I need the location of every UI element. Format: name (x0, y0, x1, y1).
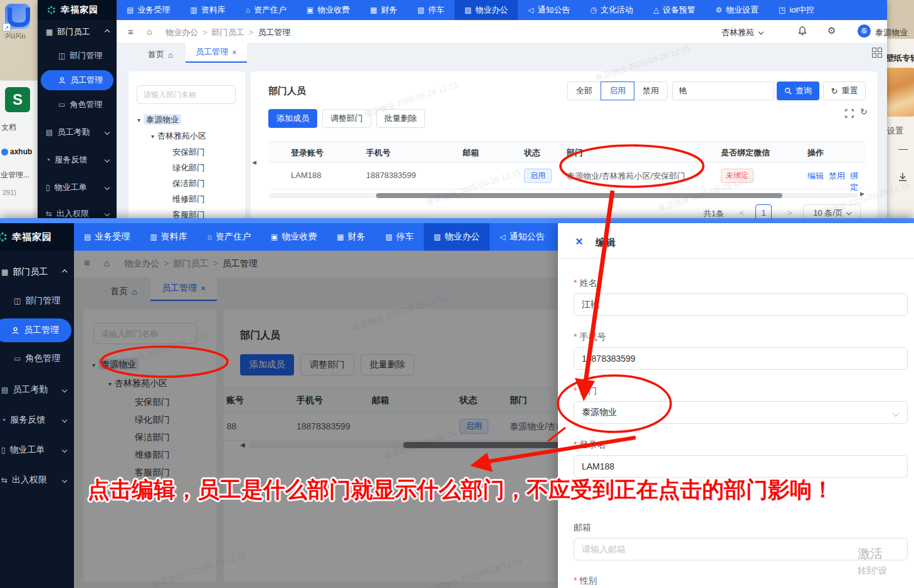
sidebar-group-attendance[interactable]: ▤员工考勤 (38, 123, 117, 142)
caret-down-icon[interactable]: ▾ (137, 117, 140, 123)
reset-button[interactable]: ↻重置 (823, 81, 866, 100)
fees-icon: ▣ (307, 6, 313, 14)
nav-item-iot[interactable]: ◳iot中控 (769, 0, 824, 20)
nav-item-fees[interactable]: ▣物业收费 (261, 223, 327, 251)
nav-item-notice[interactable]: ◁通知公告 (490, 223, 554, 251)
nav-item-parking[interactable]: ▧停车 (376, 223, 424, 251)
filter-all[interactable]: 全部 (567, 81, 601, 100)
bind-link[interactable]: 绑定 (850, 171, 866, 193)
sidebar-group-access[interactable]: ⇆出入权限 (0, 470, 74, 490)
add-member-button[interactable]: 添加成员 (268, 109, 317, 128)
grid-icon[interactable] (872, 48, 882, 58)
h-scrollbar[interactable] (268, 193, 858, 198)
sidebar-item-role-mgmt[interactable]: ▭角色管理 (38, 95, 117, 114)
minimize-icon[interactable]: — (898, 143, 908, 154)
project-switcher[interactable]: 杏林雅苑 (722, 27, 763, 38)
bell-icon[interactable] (797, 26, 807, 36)
desktop: ↗ PixPin S 文档 axhub 业管理... 291) 壁纸专辑 设置 … (0, 0, 914, 588)
name-input[interactable] (574, 293, 908, 316)
company-name[interactable]: 泰源物业 (875, 27, 908, 38)
monitor-icon: ▨ (465, 6, 471, 14)
sidebar-group-dept-staff[interactable]: ▦部门员工 (38, 23, 117, 41)
close-icon[interactable]: × (575, 234, 583, 249)
tab-home[interactable]: 首页⌂ (142, 46, 179, 63)
h-scrollbar-thumb[interactable] (376, 193, 782, 198)
filter-disabled[interactable]: 禁用 (634, 81, 668, 100)
nav-item-assets[interactable]: ⌂资产住户 (197, 223, 261, 251)
sidebar-group-feedback[interactable]: ◔服务反馈 (38, 150, 117, 169)
chevron-down-icon (62, 387, 67, 392)
edit-link[interactable]: 编辑 (807, 171, 824, 182)
caret-down-icon[interactable]: ▾ (151, 133, 154, 140)
nav-item-settings[interactable]: ⚙物业设置 (705, 0, 769, 20)
dept-search-input[interactable] (137, 85, 236, 104)
home-icon[interactable]: ⌂ (147, 26, 152, 36)
wallpaper-image[interactable] (886, 68, 914, 117)
parking-icon: ▧ (386, 233, 392, 241)
calendar-icon: ▤ (1, 386, 8, 394)
login-input[interactable] (574, 455, 908, 478)
nav-item-parking[interactable]: ▧停车 (407, 0, 454, 20)
table-row[interactable]: LAM188 18878383599 启用 泰源物业/杏林雅苑小区/安保部门 未… (268, 163, 866, 189)
doc-fragment: 文档 (1, 122, 16, 133)
adjust-dept-button[interactable]: 调整部门 (322, 109, 371, 128)
collapse-icon[interactable]: ≡ (128, 26, 134, 37)
chevron-down-icon (62, 478, 67, 483)
nav-item-assets[interactable]: ⌂资产住户 (236, 0, 297, 20)
nav-item-notice[interactable]: ◁通知公告 (518, 0, 580, 20)
sidebar-item-dept-mgmt[interactable]: ◫部门管理 (0, 291, 74, 311)
sidebar-group-workorder[interactable]: ▯物业工单 (38, 178, 117, 197)
nav-item-fees[interactable]: ▣物业收费 (297, 0, 360, 20)
sidebar-group-attendance[interactable]: ▤员工考勤 (0, 380, 74, 400)
tree-node-root[interactable]: ▾泰源物业 (137, 114, 181, 125)
nav-item-library[interactable]: ▥资料库 (180, 0, 235, 20)
nav-item-alarm[interactable]: △设备预警 (643, 0, 705, 20)
cube-icon: ◳ (779, 6, 785, 14)
tree-node-community[interactable]: ▾杏林雅苑小区 (151, 130, 206, 142)
nav-item-finance[interactable]: ▦财务 (327, 223, 375, 251)
sidebar-group-workorder[interactable]: ▯物业工单 (0, 440, 74, 460)
disable-link[interactable]: 禁用 (829, 171, 845, 182)
close-icon[interactable]: × (232, 48, 237, 57)
nav-item-office[interactable]: ▨物业办公 (424, 223, 490, 251)
scroll-left-icon[interactable]: ◀ (252, 159, 256, 165)
fullscreen-icon[interactable] (845, 109, 854, 118)
gear-icon[interactable]: ⚙ (827, 25, 836, 36)
nav-item-culture[interactable]: ◷文化活动 (580, 0, 643, 20)
refresh-icon[interactable]: ↻ (860, 107, 868, 117)
tree-node-dept[interactable]: 保洁部门 (172, 178, 205, 189)
download-icon[interactable] (897, 172, 908, 183)
tree-node-dept[interactable]: 绿化部门 (172, 162, 205, 174)
sidebar-item-dept-mgmt[interactable]: ◫部门管理 (38, 46, 117, 65)
scroll-right-icon[interactable]: ▶ (860, 191, 864, 197)
doc-icon: ▯ (46, 183, 50, 192)
finance-icon: ▦ (370, 6, 377, 14)
avatar[interactable]: 泰 (858, 24, 871, 38)
nav-item-business[interactable]: ▤业务受理 (117, 0, 180, 20)
wallpaper-settings[interactable]: 设置 (887, 125, 903, 137)
s-app-tile[interactable]: S (5, 87, 30, 112)
filter-enabled[interactable]: 启用 (601, 81, 634, 100)
nav-item-business[interactable]: ▤业务受理 (74, 223, 140, 251)
pixpin-shortcut[interactable]: ↗ PixPin (5, 4, 30, 39)
tree-node-dept[interactable]: 安保部门 (172, 147, 205, 158)
sidebar-item-role-mgmt[interactable]: ▭角色管理 (0, 349, 74, 369)
sidebar-item-staff-mgmt[interactable]: 员工管理 (0, 318, 71, 342)
next-page-icon[interactable]: > (787, 208, 792, 218)
keyword-input[interactable] (672, 81, 774, 100)
prev-page-icon[interactable]: < (739, 208, 744, 218)
nav-item-library[interactable]: ▥资料库 (140, 223, 197, 251)
sidebar-item-staff-mgmt[interactable]: 员工管理 (41, 70, 113, 90)
search-button[interactable]: 查询 (777, 81, 819, 100)
tab-staff-mgmt[interactable]: 员工管理× (186, 43, 247, 63)
sidebar-group-feedback[interactable]: ◔服务反馈 (0, 410, 74, 430)
nav-item-office[interactable]: ▨物业办公 (454, 0, 518, 20)
sidebar-group-dept-staff[interactable]: ▦部门员工 (0, 262, 74, 282)
phone-input[interactable] (574, 347, 908, 370)
department-select[interactable]: 泰源物业 (574, 401, 908, 424)
tree-node-dept[interactable]: 维修部门 (172, 194, 205, 205)
axhub-label[interactable]: axhub (10, 147, 32, 156)
nav-item-finance[interactable]: ▦财务 (360, 0, 407, 20)
sidebar-group-access[interactable]: ⇆出入权限 (38, 204, 117, 218)
batch-delete-button[interactable]: 批量删除 (376, 109, 425, 128)
